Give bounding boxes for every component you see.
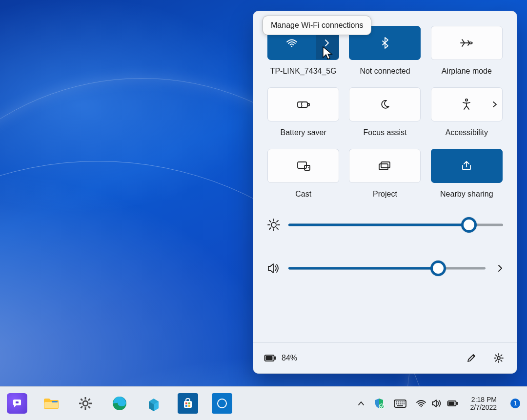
airplane-toggle-button[interactable]	[431, 26, 503, 60]
svg-rect-40	[456, 402, 458, 404]
clock-date: 2/7/2022	[470, 403, 497, 411]
cast-icon	[296, 160, 311, 171]
svg-rect-28	[398, 401, 399, 402]
tooltip: Manage Wi-Fi connections	[263, 16, 371, 35]
svg-rect-33	[398, 403, 399, 404]
taskbar-app-settings[interactable]	[75, 393, 96, 414]
slider-thumb[interactable]	[461, 217, 477, 233]
desktop-wallpaper: TP-LINK_7434_5G Not connected	[0, 0, 527, 420]
svg-rect-35	[402, 403, 403, 404]
taskbar-app-explorer[interactable]	[41, 393, 61, 414]
wifi-icon	[285, 38, 298, 48]
chevron-right-icon	[492, 100, 497, 108]
volume-output-button[interactable]	[497, 264, 503, 273]
battery-icon	[447, 400, 459, 407]
airplane-icon	[459, 37, 474, 49]
svg-rect-1	[298, 102, 307, 107]
svg-rect-15	[44, 402, 58, 408]
svg-rect-20	[185, 402, 187, 404]
project-button[interactable]	[349, 149, 421, 183]
svg-rect-19	[184, 401, 192, 408]
taskbar: 2:18 PM 2/7/2022 1	[0, 386, 527, 420]
taskbar-app-store[interactable]	[178, 393, 198, 414]
svg-point-9	[271, 222, 276, 227]
taskbar-app-chat[interactable]	[7, 393, 27, 414]
project-icon	[378, 160, 392, 171]
svg-point-25	[379, 404, 384, 409]
taskbar-app-edge[interactable]	[109, 393, 130, 414]
svg-point-0	[291, 46, 292, 47]
svg-rect-34	[400, 403, 401, 404]
svg-rect-37	[397, 405, 403, 406]
wifi-icon	[416, 399, 426, 408]
nearby-sharing-tile: Nearby sharing	[430, 149, 503, 199]
volume-row	[267, 262, 503, 275]
nearby-sharing-toggle-button[interactable]	[431, 149, 503, 183]
taskbar-app-dell[interactable]	[212, 393, 232, 414]
svg-rect-30	[402, 401, 403, 402]
clock-time: 2:18 PM	[471, 396, 497, 403]
tray-keyboard-icon[interactable]	[393, 399, 407, 408]
cast-tile: Cast	[267, 149, 340, 199]
svg-rect-14	[16, 401, 19, 403]
svg-rect-2	[308, 103, 309, 106]
project-label: Project	[373, 190, 397, 199]
svg-rect-22	[185, 405, 187, 407]
wifi-label: TP-LINK_7434_5G	[270, 67, 337, 76]
battery-saver-icon	[296, 100, 311, 109]
svg-rect-41	[448, 402, 454, 405]
volume-icon	[267, 262, 281, 275]
svg-point-17	[83, 401, 88, 406]
svg-rect-23	[188, 405, 190, 407]
panel-footer: 84%	[253, 342, 517, 373]
svg-rect-27	[396, 401, 397, 402]
svg-rect-32	[396, 403, 397, 404]
notification-badge[interactable]: 1	[510, 399, 520, 408]
mouse-cursor	[322, 46, 333, 60]
battery-saver-label: Battery saver	[281, 128, 326, 137]
notification-count: 1	[514, 400, 517, 407]
airplane-tile: Airplane mode	[430, 26, 503, 76]
focus-assist-label: Focus assist	[364, 128, 407, 137]
slider-thumb[interactable]	[430, 260, 446, 276]
airplane-label: Airplane mode	[442, 67, 492, 76]
svg-rect-11	[275, 357, 276, 360]
accessibility-toggle-button[interactable]	[431, 87, 503, 121]
focus-assist-toggle-button[interactable]	[349, 87, 421, 121]
svg-rect-5	[304, 165, 310, 170]
settings-button[interactable]	[491, 351, 506, 365]
svg-point-3	[466, 99, 467, 101]
accessibility-icon	[461, 98, 472, 111]
brightness-slider[interactable]	[288, 220, 503, 230]
svg-rect-8	[379, 164, 388, 170]
tray-network-group[interactable]	[416, 399, 459, 408]
svg-point-38	[420, 406, 421, 407]
gear-icon	[493, 353, 504, 363]
edit-button[interactable]	[464, 351, 479, 365]
moon-icon	[379, 99, 391, 110]
cast-button[interactable]	[267, 149, 339, 183]
svg-rect-21	[188, 402, 190, 404]
tray-expand-button[interactable]	[357, 400, 365, 406]
svg-point-13	[497, 357, 500, 360]
battery-saver-toggle-button[interactable]	[267, 87, 339, 121]
taskbar-clock[interactable]: 2:18 PM 2/7/2022	[470, 396, 497, 411]
svg-rect-36	[404, 403, 405, 404]
volume-slider[interactable]	[288, 263, 486, 273]
accessibility-label: Accessibility	[446, 128, 488, 137]
tooltip-text: Manage Wi-Fi connections	[271, 21, 363, 29]
nearby-sharing-label: Nearby sharing	[440, 190, 493, 199]
focus-assist-tile: Focus assist	[348, 87, 421, 137]
battery-status[interactable]: 84%	[264, 354, 297, 362]
project-tile: Project	[348, 149, 421, 199]
quick-settings-panel: TP-LINK_7434_5G Not connected	[253, 11, 517, 374]
svg-rect-31	[404, 401, 405, 402]
tray-security-icon[interactable]	[374, 398, 385, 409]
pencil-icon	[466, 353, 477, 363]
svg-rect-7	[381, 162, 390, 168]
battery-saver-tile: Battery saver	[267, 87, 340, 137]
share-icon	[460, 160, 473, 172]
brightness-row	[267, 218, 503, 232]
cast-label: Cast	[295, 190, 311, 199]
taskbar-app-unknown-1[interactable]	[143, 393, 164, 414]
